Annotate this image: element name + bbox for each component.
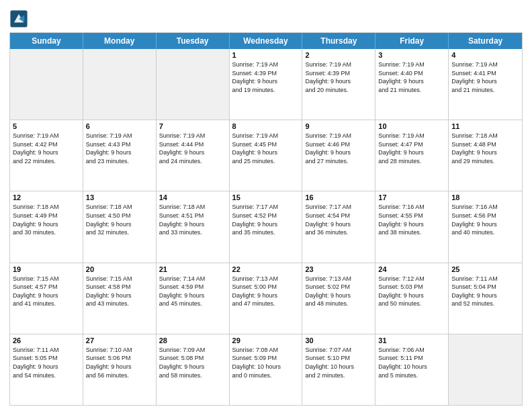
day-number: 14 <box>159 193 226 201</box>
day-info: Sunrise: 7:15 AM Sunset: 4:57 PM Dayligh… <box>13 275 80 308</box>
calendar-body: 1Sunrise: 7:19 AM Sunset: 4:39 PM Daylig… <box>10 49 522 405</box>
calendar-cell: 18Sunrise: 7:16 AM Sunset: 4:56 PM Dayli… <box>449 191 522 262</box>
calendar-cell <box>157 49 230 120</box>
calendar-cell: 17Sunrise: 7:16 AM Sunset: 4:55 PM Dayli… <box>375 191 449 262</box>
day-info: Sunrise: 7:19 AM Sunset: 4:42 PM Dayligh… <box>13 132 80 165</box>
day-info: Sunrise: 7:16 AM Sunset: 4:56 PM Dayligh… <box>451 203 519 236</box>
day-number: 29 <box>232 336 300 345</box>
day-info: Sunrise: 7:19 AM Sunset: 4:41 PM Dayligh… <box>451 60 519 94</box>
calendar-cell: 22Sunrise: 7:13 AM Sunset: 5:00 PM Dayli… <box>230 263 303 334</box>
day-info: Sunrise: 7:11 AM Sunset: 5:05 PM Dayligh… <box>13 346 80 379</box>
calendar-week-4: 19Sunrise: 7:15 AM Sunset: 4:57 PM Dayli… <box>10 263 522 334</box>
day-number: 25 <box>451 265 519 273</box>
calendar-cell: 25Sunrise: 7:11 AM Sunset: 5:04 PM Dayli… <box>449 263 522 334</box>
calendar-cell: 9Sunrise: 7:19 AM Sunset: 4:46 PM Daylig… <box>302 120 375 191</box>
day-number: 1 <box>232 51 300 59</box>
day-info: Sunrise: 7:19 AM Sunset: 4:44 PM Dayligh… <box>159 132 226 165</box>
calendar-cell: 27Sunrise: 7:10 AM Sunset: 5:06 PM Dayli… <box>83 334 157 405</box>
calendar-header-cell: Friday <box>375 33 449 49</box>
calendar-cell: 3Sunrise: 7:19 AM Sunset: 4:40 PM Daylig… <box>375 49 449 120</box>
day-info: Sunrise: 7:19 AM Sunset: 4:47 PM Dayligh… <box>378 132 445 165</box>
day-info: Sunrise: 7:19 AM Sunset: 4:43 PM Dayligh… <box>86 132 153 165</box>
calendar-cell: 15Sunrise: 7:17 AM Sunset: 4:52 PM Dayli… <box>230 191 303 262</box>
calendar-header-cell: Saturday <box>449 33 522 49</box>
calendar-cell <box>449 334 522 405</box>
calendar-week-1: 1Sunrise: 7:19 AM Sunset: 4:39 PM Daylig… <box>10 49 522 120</box>
day-info: Sunrise: 7:17 AM Sunset: 4:52 PM Dayligh… <box>232 203 300 236</box>
calendar-cell: 14Sunrise: 7:18 AM Sunset: 4:51 PM Dayli… <box>157 191 230 262</box>
day-info: Sunrise: 7:19 AM Sunset: 4:39 PM Dayligh… <box>305 60 372 94</box>
day-info: Sunrise: 7:19 AM Sunset: 4:45 PM Dayligh… <box>232 132 300 165</box>
day-number: 17 <box>378 193 445 201</box>
day-info: Sunrise: 7:18 AM Sunset: 4:51 PM Dayligh… <box>159 203 226 236</box>
day-number: 24 <box>378 265 445 273</box>
calendar-cell: 12Sunrise: 7:18 AM Sunset: 4:49 PM Dayli… <box>10 191 83 262</box>
day-number: 5 <box>13 122 80 130</box>
calendar-header: SundayMondayTuesdayWednesdayThursdayFrid… <box>10 33 522 49</box>
day-number: 27 <box>86 336 153 345</box>
calendar-week-2: 5Sunrise: 7:19 AM Sunset: 4:42 PM Daylig… <box>10 120 522 191</box>
day-info: Sunrise: 7:18 AM Sunset: 4:48 PM Dayligh… <box>451 132 519 165</box>
calendar-cell: 10Sunrise: 7:19 AM Sunset: 4:47 PM Dayli… <box>375 120 449 191</box>
calendar-header-cell: Thursday <box>302 33 375 49</box>
day-number: 15 <box>232 193 300 201</box>
calendar-cell: 20Sunrise: 7:15 AM Sunset: 4:58 PM Dayli… <box>83 263 157 334</box>
calendar-header-cell: Tuesday <box>157 33 230 49</box>
calendar-week-3: 12Sunrise: 7:18 AM Sunset: 4:49 PM Dayli… <box>10 191 522 262</box>
day-number: 22 <box>232 265 300 273</box>
day-info: Sunrise: 7:15 AM Sunset: 4:58 PM Dayligh… <box>86 275 153 308</box>
calendar-week-5: 26Sunrise: 7:11 AM Sunset: 5:05 PM Dayli… <box>10 334 522 405</box>
day-info: Sunrise: 7:18 AM Sunset: 4:49 PM Dayligh… <box>13 203 80 236</box>
day-info: Sunrise: 7:17 AM Sunset: 4:54 PM Dayligh… <box>305 203 372 236</box>
day-number: 8 <box>232 122 300 130</box>
day-number: 3 <box>378 51 445 59</box>
day-number: 20 <box>86 265 153 273</box>
day-number: 12 <box>13 193 80 201</box>
day-info: Sunrise: 7:16 AM Sunset: 4:55 PM Dayligh… <box>378 203 445 236</box>
day-info: Sunrise: 7:12 AM Sunset: 5:03 PM Dayligh… <box>378 275 445 308</box>
day-number: 21 <box>159 265 226 273</box>
day-number: 11 <box>451 122 519 130</box>
day-number: 13 <box>86 193 153 201</box>
day-info: Sunrise: 7:10 AM Sunset: 5:06 PM Dayligh… <box>86 346 153 379</box>
calendar-cell: 11Sunrise: 7:18 AM Sunset: 4:48 PM Dayli… <box>449 120 522 191</box>
calendar-cell: 26Sunrise: 7:11 AM Sunset: 5:05 PM Dayli… <box>10 334 83 405</box>
logo-icon <box>9 9 28 28</box>
calendar-header-cell: Monday <box>83 33 157 49</box>
day-number: 30 <box>305 336 372 345</box>
day-number: 4 <box>451 51 519 59</box>
day-info: Sunrise: 7:14 AM Sunset: 4:59 PM Dayligh… <box>159 275 226 308</box>
calendar-cell <box>10 49 83 120</box>
calendar-cell: 8Sunrise: 7:19 AM Sunset: 4:45 PM Daylig… <box>230 120 303 191</box>
day-info: Sunrise: 7:07 AM Sunset: 5:10 PM Dayligh… <box>305 346 372 379</box>
calendar-cell: 13Sunrise: 7:18 AM Sunset: 4:50 PM Dayli… <box>83 191 157 262</box>
day-number: 18 <box>451 193 519 201</box>
calendar-cell: 16Sunrise: 7:17 AM Sunset: 4:54 PM Dayli… <box>302 191 375 262</box>
day-number: 31 <box>378 336 445 345</box>
day-info: Sunrise: 7:19 AM Sunset: 4:40 PM Dayligh… <box>378 60 445 94</box>
calendar-cell: 21Sunrise: 7:14 AM Sunset: 4:59 PM Dayli… <box>157 263 230 334</box>
day-number: 16 <box>305 193 372 201</box>
day-info: Sunrise: 7:08 AM Sunset: 5:09 PM Dayligh… <box>232 346 300 379</box>
day-info: Sunrise: 7:13 AM Sunset: 5:02 PM Dayligh… <box>305 275 372 308</box>
day-number: 7 <box>159 122 226 130</box>
calendar-cell <box>83 49 157 120</box>
day-number: 10 <box>378 122 445 130</box>
calendar-cell: 2Sunrise: 7:19 AM Sunset: 4:39 PM Daylig… <box>302 49 375 120</box>
calendar-cell: 28Sunrise: 7:09 AM Sunset: 5:08 PM Dayli… <box>157 334 230 405</box>
calendar-cell: 1Sunrise: 7:19 AM Sunset: 4:39 PM Daylig… <box>230 49 303 120</box>
page: SundayMondayTuesdayWednesdayThursdayFrid… <box>0 0 532 411</box>
logo <box>9 9 31 28</box>
day-info: Sunrise: 7:06 AM Sunset: 5:11 PM Dayligh… <box>378 346 445 379</box>
calendar-header-cell: Sunday <box>10 33 83 49</box>
day-number: 23 <box>305 265 372 273</box>
calendar: SundayMondayTuesdayWednesdayThursdayFrid… <box>9 32 523 406</box>
day-number: 2 <box>305 51 372 59</box>
day-number: 26 <box>13 336 80 345</box>
day-info: Sunrise: 7:19 AM Sunset: 4:39 PM Dayligh… <box>232 60 300 94</box>
header <box>9 7 523 28</box>
day-info: Sunrise: 7:11 AM Sunset: 5:04 PM Dayligh… <box>451 275 519 308</box>
calendar-cell: 6Sunrise: 7:19 AM Sunset: 4:43 PM Daylig… <box>83 120 157 191</box>
calendar-cell: 29Sunrise: 7:08 AM Sunset: 5:09 PM Dayli… <box>230 334 303 405</box>
day-info: Sunrise: 7:09 AM Sunset: 5:08 PM Dayligh… <box>159 346 226 379</box>
